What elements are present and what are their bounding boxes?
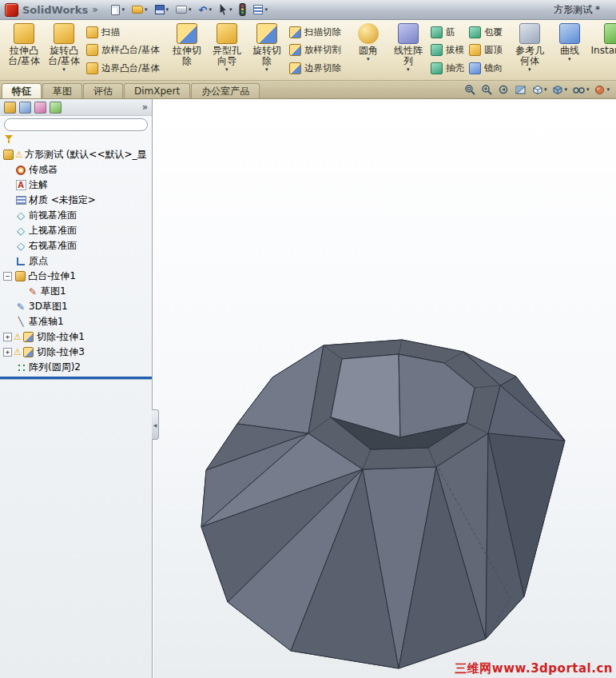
instant3d-button[interactable]: Instant3D [594, 20, 616, 80]
manager-tabs-overflow-chevron[interactable]: » [142, 102, 148, 113]
zoom-to-fit-button[interactable] [464, 84, 476, 96]
extruded-boss-button[interactable]: 拉伸凸 台/基体 [4, 20, 44, 80]
tree-item-circular-pattern2[interactable]: 阵列(圆周)2 [0, 360, 152, 375]
boundary-cut-icon [289, 62, 301, 74]
tree-item-front-plane[interactable]: ◇ 前视基准面 [0, 208, 152, 223]
commandmanager-ribbon: 拉伸凸 台/基体 旋转凸 台/基体 ▾ 扫描 放样凸台/基体 边界凸台/基体 拉… [0, 20, 616, 81]
select-tool-button[interactable]: ▾ [217, 3, 234, 16]
curves-button[interactable]: 曲线 ▾ [550, 20, 590, 80]
hole-wizard-icon [217, 23, 237, 44]
expand-toggle[interactable]: + [3, 333, 12, 341]
lofted-boss-button[interactable]: 放样凸台/基体 [86, 42, 160, 58]
mirror-button[interactable]: 镜向 [469, 60, 503, 76]
extruded-cut-icon [177, 23, 197, 44]
swept-cut-icon [289, 26, 301, 38]
save-button[interactable]: ▾ [153, 4, 171, 15]
tree-item-cut-extrude1[interactable]: + ⚠ 切除-拉伸1 [0, 329, 152, 345]
feature-tree-filter-input[interactable] [4, 118, 148, 131]
rib-feature-button[interactable]: 筋 [431, 24, 464, 40]
configurationmanager-tab-icon[interactable] [34, 102, 46, 114]
select-cursor-icon [219, 4, 228, 15]
chevron-down-icon: ▾ [225, 67, 229, 73]
display-style-button[interactable]: ▾ [551, 84, 567, 96]
material-icon [16, 196, 26, 205]
filter-row [0, 116, 152, 133]
tree-item-axis1[interactable]: ╲ 基准轴1 [0, 314, 152, 329]
tree-item-boss-extrude1[interactable]: − 凸台-拉伸1 [0, 269, 152, 284]
open-document-button[interactable]: ▾ [130, 5, 149, 14]
tree-item-right-plane[interactable]: ◇ 右视基准面 [0, 238, 152, 253]
plane-icon: ◇ [15, 225, 26, 237]
reference-geometry-button[interactable]: 参考几 何体 ▾ [510, 20, 550, 80]
draft-button[interactable]: 拔模 [431, 42, 464, 58]
chevron-down-icon: ▾ [265, 67, 268, 73]
options-list-icon [253, 5, 263, 14]
dimxpertmanager-tab-icon[interactable] [50, 102, 62, 114]
tree-item-top-plane[interactable]: ◇ 上视基准面 [0, 223, 152, 238]
wrap-button[interactable]: 包覆 [469, 24, 503, 40]
model-3d-part[interactable] [153, 99, 616, 678]
rollback-bar[interactable] [0, 377, 152, 379]
swept-cut-button[interactable]: 扫描切除 [289, 24, 341, 40]
tree-item-material[interactable]: 材质 <未指定> [0, 193, 152, 208]
tree-item-3dsketch1[interactable]: ✎ 3D草图1 [0, 299, 152, 314]
tree-item-sensors[interactable]: 传感器 [0, 162, 152, 177]
tab-office-products[interactable]: 办公室产品 [191, 83, 260, 98]
wrap-icon [469, 26, 481, 38]
tab-dimxpert[interactable]: DimXpert [124, 83, 190, 98]
zoom-to-area-button[interactable] [481, 84, 493, 96]
draft-icon [431, 44, 443, 56]
expand-toggle[interactable]: + [3, 348, 12, 357]
tab-sketch[interactable]: 草图 [42, 83, 82, 98]
extruded-cut-button[interactable]: 拉伸切 除 [167, 20, 207, 80]
swept-boss-button[interactable]: 扫描 [86, 24, 160, 40]
revolved-boss-button[interactable]: 旋转凸 台/基体 ▾ [44, 20, 84, 80]
lofted-boss-icon [86, 44, 98, 56]
tree-item-cut-extrude3[interactable]: + ⚠ 切除-拉伸3 [0, 345, 152, 360]
linear-pattern-icon [398, 23, 419, 44]
toolbar-overflow-chevron[interactable]: » [92, 4, 97, 15]
collapse-toggle[interactable]: − [3, 272, 12, 281]
hide-show-items-button[interactable]: ▾ [572, 84, 590, 96]
revolved-cut-button[interactable]: 旋转切 除 ▾ [247, 20, 287, 80]
view-orientation-button[interactable]: ▾ [531, 84, 547, 96]
chevron-down-icon: ▾ [121, 7, 125, 13]
lofted-cut-button[interactable]: 放样切割 [289, 42, 341, 58]
panel-collapse-handle[interactable]: ◀ [152, 409, 159, 440]
filter-funnel-icon[interactable] [5, 135, 13, 143]
tree-item-sketch1[interactable]: ✎ 草图1 [0, 284, 152, 299]
propertymanager-tab-icon[interactable] [19, 102, 31, 114]
tree-item-origin[interactable]: 原点 [0, 253, 152, 269]
heads-up-view-toolbar: ▾ ▾ ▾ ▾ [464, 84, 614, 96]
magnifier-area-icon [481, 84, 493, 96]
shell-button[interactable]: 抽壳 [431, 60, 464, 76]
new-document-button[interactable]: ▾ [109, 4, 126, 16]
undo-button[interactable]: ↶ ▾ [197, 4, 213, 16]
options-button[interactable]: ▾ [252, 4, 269, 15]
section-view-button[interactable] [515, 84, 527, 96]
instant3d-icon [604, 23, 616, 44]
dome-button[interactable]: 圆顶 [469, 42, 503, 58]
sketch-icon: ✎ [27, 286, 38, 297]
tab-features[interactable]: 特征 [2, 83, 42, 98]
rebuild-button[interactable] [237, 2, 248, 17]
chevron-down-icon: ▾ [62, 67, 66, 73]
featuremanager-tab-icon[interactable] [4, 102, 16, 114]
app-name: SolidWorks [22, 4, 88, 16]
tree-item-annotations[interactable]: A 注解 [0, 177, 152, 193]
edit-appearance-button[interactable]: ▾ [594, 84, 610, 96]
tab-evaluate[interactable]: 评估 [83, 83, 123, 98]
hole-wizard-button[interactable]: 异型孔 向导 ▾ [207, 20, 247, 80]
previous-view-button[interactable] [498, 84, 510, 96]
chevron-down-icon: ▾ [166, 7, 169, 13]
shell-icon [431, 62, 443, 74]
chevron-down-icon: ▾ [568, 57, 571, 62]
print-button[interactable]: ▾ [174, 5, 193, 14]
chevron-down-icon: ▾ [528, 67, 531, 73]
fillet-button[interactable]: 圆角 ▾ [348, 20, 388, 80]
boundary-boss-button[interactable]: 边界凸台/基体 [86, 60, 160, 76]
boundary-cut-button[interactable]: 边界切除 [289, 60, 341, 76]
tree-item-part-root[interactable]: ⚠ 方形测试 (默认<<默认>_显 [0, 147, 152, 162]
linear-pattern-button[interactable]: 线性阵 列 ▾ [388, 20, 428, 80]
graphics-viewport[interactable]: 三维网www.3dportal.cn [153, 99, 616, 678]
